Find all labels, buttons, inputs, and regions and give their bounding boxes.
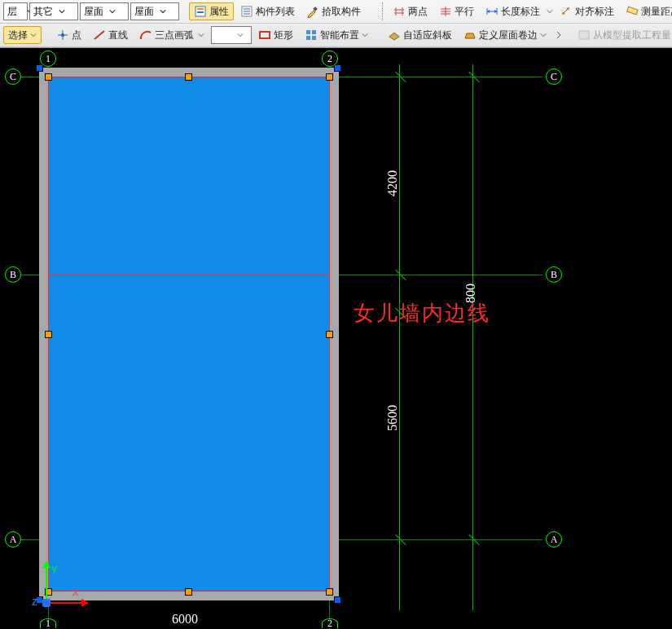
ruler-icon	[626, 5, 639, 18]
define-roof-edge-button[interactable]: 定义屋面卷边	[459, 26, 551, 44]
length-dimension-button[interactable]: 长度标注	[481, 2, 545, 20]
svg-rect-28	[306, 36, 310, 40]
adapt-slab-button[interactable]: 自适应斜板	[383, 26, 457, 44]
properties-label: 属性	[209, 5, 229, 19]
component-list-button[interactable]: 构件列表	[235, 2, 300, 20]
chevron-down-icon	[362, 29, 368, 41]
dim-height-lower: 5600	[385, 405, 400, 431]
dim-tick	[467, 534, 478, 545]
arc-tool-button[interactable]: 三点画弧	[134, 26, 209, 44]
dim-tick	[467, 71, 478, 82]
properties-button[interactable]: 属性	[189, 2, 234, 20]
rectangle-icon	[258, 29, 271, 42]
list-icon	[240, 5, 253, 18]
type-dropdown-2-label: 屋面	[134, 5, 154, 19]
axis-x-label: X	[72, 587, 78, 597]
grid-bubble-c-right: C	[546, 68, 562, 85]
category-dropdown-label: 其它	[33, 5, 53, 19]
selection-handle[interactable]	[46, 74, 51, 80]
svg-line-24	[94, 31, 104, 39]
category-dropdown[interactable]: 其它	[29, 2, 78, 20]
selection-handle[interactable]	[186, 589, 191, 595]
grid-bubble-a-left: A	[5, 531, 21, 548]
svg-rect-26	[306, 30, 310, 34]
blank-dropdown[interactable]	[211, 26, 252, 44]
two-point-label: 两点	[408, 5, 428, 19]
line-icon	[93, 29, 106, 42]
toolbar-row-2: 选择 点 直线 三点画弧 矩形 智能布置	[0, 24, 672, 47]
roof-selection[interactable]	[49, 77, 329, 591]
selection-handle[interactable]	[186, 74, 191, 80]
chevron-down-icon	[157, 3, 169, 20]
toolbars: 层 其它 屋面 屋面 属性 构件列表 拾取构件	[0, 0, 672, 48]
toolbar-row-1: 层 其它 屋面 屋面 属性 构件列表 拾取构件	[0, 0, 672, 24]
grid-bubble-c-left: C	[5, 68, 21, 85]
slab-icon	[388, 29, 401, 42]
type-dropdown-1-label: 屋面	[84, 5, 103, 19]
parallel-button[interactable]: 平行	[434, 2, 479, 20]
point-tool-button[interactable]: 点	[51, 26, 86, 44]
roof-edge-icon	[463, 29, 477, 42]
measure-distance-button[interactable]: 测量距离	[621, 2, 672, 20]
smart-layout-icon	[305, 29, 318, 42]
rect-label: 矩形	[274, 29, 293, 42]
wall-grip[interactable]	[37, 65, 42, 71]
svg-rect-25	[260, 32, 270, 38]
coordinate-triad: Y X Z	[37, 555, 86, 604]
selection-handle[interactable]	[46, 332, 51, 337]
pick-component-button[interactable]: 拾取构件	[301, 2, 366, 20]
grid-bubble-b-right: B	[546, 266, 562, 283]
dim-extension-line	[472, 64, 473, 610]
length-dim-dropdown[interactable]	[547, 6, 553, 17]
eyedropper-icon	[306, 5, 319, 18]
component-list-label: 构件列表	[256, 5, 295, 19]
grid-bubble-2-top: 2	[322, 51, 338, 67]
dim-width: 6000	[172, 612, 198, 627]
svg-rect-30	[579, 31, 589, 39]
extract-quantity-button: 从模型提取工程量	[573, 26, 672, 44]
svg-rect-1	[197, 8, 204, 10]
type-dropdown-1[interactable]: 屋面	[80, 2, 129, 20]
extract-quantity-label: 从模型提取工程量	[593, 29, 671, 42]
line-tool-button[interactable]: 直线	[88, 26, 133, 44]
dim-height-upper: 4200	[385, 170, 400, 196]
axis-z-label: Z	[32, 597, 37, 607]
floor-dropdown[interactable]: 层	[3, 2, 28, 20]
drawing-canvas[interactable]: C C B B A A 1 2 1 2 6000 4200 800 5600 女…	[0, 48, 672, 629]
selection-handle[interactable]	[327, 332, 332, 337]
extract-icon	[578, 29, 591, 42]
selection-handle[interactable]	[327, 589, 332, 595]
chevron-down-icon	[107, 3, 118, 20]
blank-dropdown-label	[215, 29, 231, 41]
length-dimension-label: 长度标注	[501, 5, 540, 19]
align-dimension-button[interactable]: 对齐标注	[555, 2, 619, 20]
arc-icon	[139, 29, 152, 42]
selection-handle[interactable]	[327, 74, 332, 80]
point-label: 点	[72, 29, 81, 42]
dim-tick	[393, 71, 405, 82]
grid-bubble-2-bottom: 2	[322, 618, 338, 628]
wall-grip[interactable]	[335, 597, 340, 603]
dim-extension-line	[399, 64, 400, 610]
chevron-down-icon	[198, 29, 204, 41]
toolbar-separator	[382, 2, 383, 20]
point-icon	[56, 29, 69, 42]
rect-tool-button[interactable]: 矩形	[253, 26, 298, 44]
two-point-button[interactable]: 两点	[388, 2, 433, 20]
grid-bubble-1-bottom: 1	[40, 618, 56, 628]
arc-label: 三点画弧	[155, 29, 194, 42]
length-dimension-icon	[485, 5, 499, 18]
smart-layout-button[interactable]: 智能布置	[300, 26, 373, 44]
dim-tick	[393, 534, 405, 545]
svg-rect-29	[312, 36, 316, 40]
toolbar-expand[interactable]	[555, 26, 563, 44]
wall-grip[interactable]	[335, 65, 340, 71]
type-dropdown-2[interactable]: 屋面	[130, 2, 179, 20]
line-label: 直线	[108, 29, 128, 42]
svg-rect-2	[197, 11, 204, 13]
smart-layout-label: 智能布置	[320, 29, 359, 42]
floor-dropdown-label: 层	[7, 5, 24, 19]
svg-rect-27	[312, 30, 316, 34]
select-button[interactable]: 选择	[3, 26, 42, 44]
chevron-down-icon	[540, 29, 547, 41]
